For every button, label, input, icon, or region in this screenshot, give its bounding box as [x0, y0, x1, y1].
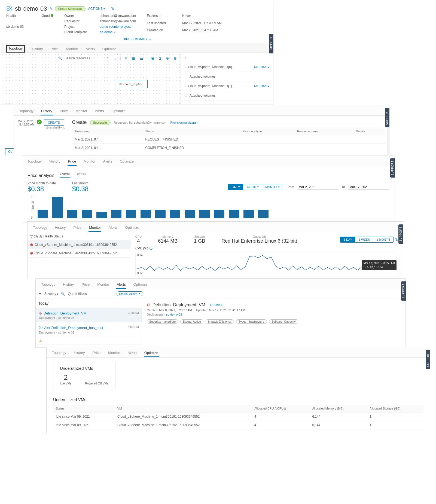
support-tab[interactable]: SUPPORT	[269, 34, 273, 53]
tab-optimize[interactable]: Optimize	[133, 281, 148, 289]
actions-dropdown[interactable]: ACTIONS	[88, 7, 105, 11]
col-details[interactable]: Details	[353, 127, 385, 135]
side-item[interactable]: ⌄Attached volumes	[181, 72, 273, 81]
tab-alerts[interactable]: Alerts	[127, 349, 137, 357]
to-date-input[interactable]	[348, 185, 389, 190]
tab-optimize[interactable]: Optimize	[125, 224, 140, 232]
tab-monitor[interactable]: Monitor	[66, 45, 78, 53]
tab-alerts[interactable]: Alerts	[94, 107, 104, 115]
col-timestamp[interactable]: Timestamp	[72, 127, 143, 135]
center-icon[interactable]: ⊻	[158, 56, 163, 61]
tab-history[interactable]: History	[73, 349, 85, 357]
col-resource-name[interactable]: Resource name	[294, 127, 353, 135]
topology-node[interactable]: 🖥 Cloud_vSpher...	[116, 80, 148, 88]
tab-topology[interactable]: Topology	[27, 158, 42, 166]
toggle-1day[interactable]: 1 DAY	[340, 237, 355, 242]
tab-monitor[interactable]: Monitor	[97, 281, 109, 289]
resource-item[interactable]: Cloud_vSphere_Machine_1-mcm306192-163093…	[28, 249, 131, 258]
tab-price[interactable]: Price	[81, 281, 90, 289]
toggle-1month[interactable]: 1 MONTH	[373, 237, 394, 242]
support-tab[interactable]: SUPPORT	[398, 224, 403, 244]
search-input[interactable]	[65, 56, 103, 60]
grid-icon[interactable]: ▦	[131, 56, 137, 61]
refresh-icon[interactable]	[395, 237, 398, 242]
support-tab[interactable]: SUPPORT	[385, 108, 389, 127]
col-vm[interactable]: VM	[115, 405, 252, 413]
toggle-daily[interactable]: DAILY	[228, 184, 243, 190]
zoom-out-icon[interactable]: ⊖	[165, 56, 170, 61]
col-cpu[interactable]: Allocated CPU (vCPUs)	[252, 405, 310, 413]
tab-alerts[interactable]: Alerts	[108, 224, 118, 232]
toggle-monthly[interactable]: MONTHLY	[262, 184, 283, 190]
tab-history[interactable]: History	[54, 224, 66, 232]
price-granularity-toggle[interactable]: DAILY WEEKLY MONTHLY	[228, 184, 283, 190]
toggle-weekly[interactable]: WEEKLY	[243, 184, 262, 190]
side-item[interactable]: ⌄Attached volumes	[181, 91, 273, 100]
nav-down-icon[interactable]: ⌄	[112, 56, 118, 61]
sub-tab-overall[interactable]: Overall	[60, 171, 70, 178]
alert-item[interactable]: ⊘Definition_Deployment_VM Deployment » s…	[36, 308, 142, 322]
tab-alerts[interactable]: Alerts	[85, 45, 95, 53]
tab-history[interactable]: History	[31, 45, 43, 53]
side-item[interactable]: ›Cloud_vSphere_Machine_1[1]ACTIONS	[181, 81, 273, 91]
toggle-1week[interactable]: 1 WEEK	[355, 237, 373, 242]
table-row[interactable]: Idle since Mar 09, 2021Cloud_vSphere_Mac…	[53, 421, 423, 429]
table-row[interactable]: Mar 2, 2021, 8:4...COMPLETION_FINISHED	[72, 144, 385, 152]
tab-history[interactable]: History	[49, 158, 61, 166]
refresh-icon[interactable]	[111, 7, 114, 11]
table-row[interactable]: Idle since Mar 09, 2021Cloud_vSphere_Mac…	[53, 413, 423, 421]
tab-topology[interactable]: Topology	[19, 107, 34, 115]
status-active-chip[interactable]: Status: Active ✕	[117, 291, 143, 296]
nav-up-icon[interactable]: ⌃	[105, 56, 110, 61]
tab-alerts[interactable]: Alerts	[116, 281, 126, 289]
tab-optimize[interactable]: Optimize	[102, 45, 117, 53]
severity-filter[interactable]: Severity	[44, 292, 58, 296]
quick-filter-input[interactable]	[68, 292, 114, 296]
fit-icon[interactable]: ▣	[150, 56, 156, 61]
sub-tab-details[interactable]: Details	[76, 171, 86, 178]
create-event-button[interactable]: CREATE	[44, 120, 64, 126]
side-collapse[interactable]: »	[181, 53, 273, 62]
table-row[interactable]: Mar 2, 2021, 8:4...REQUEST_FINISHED	[72, 135, 385, 144]
tab-optimize[interactable]: Optimize	[119, 158, 134, 166]
tab-topology[interactable]: Topology	[51, 349, 67, 357]
tab-price[interactable]: Price	[68, 158, 77, 166]
topology-canvas[interactable]: ⌃ ⌄ | ⚛ ▦ ☰ | ▣ ⊻ ⊖ ⊕ 🖥 Cloud_vSpher...	[1, 53, 181, 105]
zoom-in-icon[interactable]: ⊕	[172, 56, 178, 61]
tab-price[interactable]: Price	[59, 107, 69, 115]
hide-summary-toggle[interactable]: HIDE SUMMARY ︽	[1, 35, 273, 43]
project-link[interactable]: demo-vcenter-project	[100, 25, 136, 29]
layout-icon[interactable]: ⚛	[123, 56, 129, 61]
breadcrumb-link[interactable]: sb-demo-03	[166, 313, 182, 316]
col-resource-type[interactable]: Resource type	[240, 127, 295, 135]
tab-alerts[interactable]: Alerts	[102, 158, 112, 166]
template-link[interactable]: sb-demo	[100, 30, 136, 34]
from-date-input[interactable]	[297, 185, 338, 190]
tab-price[interactable]: Price	[50, 45, 59, 53]
col-status[interactable]: Status	[53, 405, 115, 413]
col-status[interactable]: Status	[142, 127, 240, 135]
tab-monitor[interactable]: Monitor	[108, 349, 120, 357]
alert-item[interactable]: ⚠	[36, 337, 142, 344]
tab-history[interactable]: History	[41, 107, 53, 115]
health-filter[interactable]: ▽(0) By Health Status	[28, 232, 131, 241]
tab-price[interactable]: Price	[92, 349, 101, 357]
tab-monitor[interactable]: Monitor	[83, 158, 96, 166]
tab-topology[interactable]: Topology	[41, 281, 56, 289]
support-tab[interactable]: SUPPORT	[426, 350, 430, 369]
resource-item[interactable]: Cloud_vSphere_Machine_1-mcm306191-163093…	[28, 241, 131, 249]
tab-history[interactable]: History	[62, 281, 74, 289]
side-actions[interactable]: ACTIONS	[254, 65, 269, 69]
support-tab[interactable]: SUPPORT	[390, 158, 395, 178]
support-tab[interactable]: SUPPORT	[401, 281, 406, 301]
provisioning-diagram-link[interactable]: Provisioning diagram	[170, 121, 199, 124]
side-item[interactable]: ›Cloud_vSphere_Machine_1[0]ACTIONS	[181, 62, 273, 72]
tab-topology[interactable]: Topology	[6, 45, 25, 53]
tab-optimize[interactable]: Optimize	[111, 107, 126, 115]
alert-item[interactable]: ⓘAlertDefinition_Deployment_has_cost Dep…	[36, 322, 142, 337]
list-icon[interactable]: ☰	[139, 56, 145, 61]
close-icon[interactable]: ✕	[138, 292, 141, 295]
tab-optimize[interactable]: Optimize	[144, 349, 159, 357]
col-storage[interactable]: Allocated Storage (GB)	[367, 405, 423, 413]
monitor-range-toggle[interactable]: 1 DAY 1 WEEK 1 MONTH	[340, 237, 394, 243]
